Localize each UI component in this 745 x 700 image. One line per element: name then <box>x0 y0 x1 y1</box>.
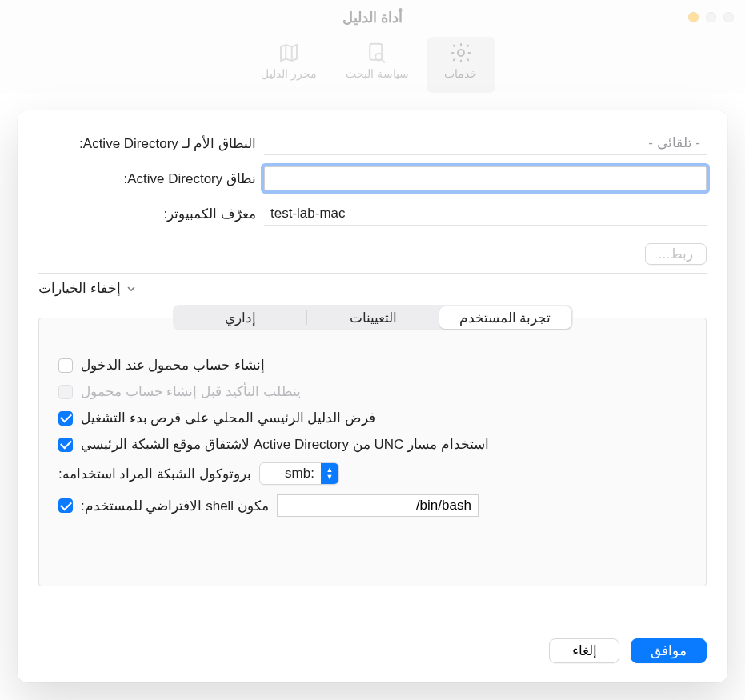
domain-label: نطاق Active Directory: <box>38 170 256 187</box>
force-local-home-label: فرض الدليل الرئيسي المحلي على قرص بدء ال… <box>81 410 375 426</box>
divider <box>38 273 707 274</box>
options-tabs: تجربة المستخدم التعيينات إداري <box>173 305 573 330</box>
chevron-down-icon <box>126 283 137 294</box>
document-search-icon <box>364 40 390 66</box>
protocol-select[interactable]: ▲▼ smb: <box>259 462 339 485</box>
zoom-window[interactable] <box>688 12 699 22</box>
use-unc-checkbox[interactable] <box>58 438 73 452</box>
confirm-mobile-checkbox <box>58 385 73 399</box>
default-shell-input[interactable] <box>277 494 479 517</box>
user-experience-panel: إنشاء حساب محمول عند الدخول يتطلب التأكي… <box>38 318 707 586</box>
select-arrows-icon: ▲▼ <box>321 463 338 484</box>
create-mobile-account-label: إنشاء حساب محمول عند الدخول <box>81 357 265 374</box>
toolbar-label: خدمات <box>444 67 477 80</box>
toolbar-item-services[interactable]: خدمات <box>427 37 495 93</box>
cancel-button[interactable]: إلغاء <box>549 638 619 663</box>
minimize-window[interactable] <box>706 12 716 22</box>
default-shell-checkbox[interactable] <box>58 498 73 513</box>
toolbar-item-directory-editor[interactable]: محرر الدليل <box>250 37 328 93</box>
domain-input[interactable] <box>264 166 707 190</box>
forest-input <box>264 131 707 155</box>
tab-mappings[interactable]: التعيينات <box>307 306 439 329</box>
bind-button[interactable]: ربط... <box>645 243 707 265</box>
window-title: أداة الدليل <box>342 9 403 26</box>
window-controls <box>688 12 734 22</box>
computer-id-label: معرّف الكمبيوتر: <box>38 206 256 222</box>
titlebar: أداة الدليل <box>0 0 745 35</box>
config-sheet: النطاق الأم لـ Active Directory: نطاق Ac… <box>18 110 727 682</box>
close-window[interactable] <box>723 12 734 22</box>
map-icon <box>276 40 302 66</box>
toolbar-label: سياسة البحث <box>346 67 409 80</box>
ok-button[interactable]: موافق <box>631 638 707 663</box>
toolbar-label: محرر الدليل <box>261 67 317 80</box>
toolbar-item-search-policy[interactable]: سياسة البحث <box>334 37 420 93</box>
tab-user-experience[interactable]: تجربة المستخدم <box>439 306 571 329</box>
forest-label: النطاق الأم لـ Active Directory: <box>38 135 256 152</box>
hide-options-label: إخفاء الخيارات <box>38 280 121 297</box>
svg-line-3 <box>382 59 385 62</box>
toolbar: خدمات سياسة البحث محرر الدليل <box>0 35 745 93</box>
svg-point-0 <box>458 50 464 56</box>
force-local-home-checkbox[interactable] <box>58 411 73 426</box>
protocol-label: بروتوكول الشبكة المراد استخدامه: <box>58 466 251 482</box>
tab-administrative[interactable]: إداري <box>174 306 306 329</box>
confirm-mobile-label: يتطلب التأكيد قبل إنشاء حساب محمول <box>81 383 301 400</box>
default-shell-label: مكون shell الافتراضي للمستخدم: <box>81 498 269 514</box>
create-mobile-account-checkbox[interactable] <box>58 358 73 373</box>
protocol-value: smb: <box>278 466 321 482</box>
computer-id-input[interactable] <box>264 202 707 226</box>
hide-options-toggle[interactable]: إخفاء الخيارات <box>38 280 707 297</box>
use-unc-label: استخدام مسار UNC من Active Directory لاش… <box>81 436 489 453</box>
gear-icon <box>448 40 474 66</box>
